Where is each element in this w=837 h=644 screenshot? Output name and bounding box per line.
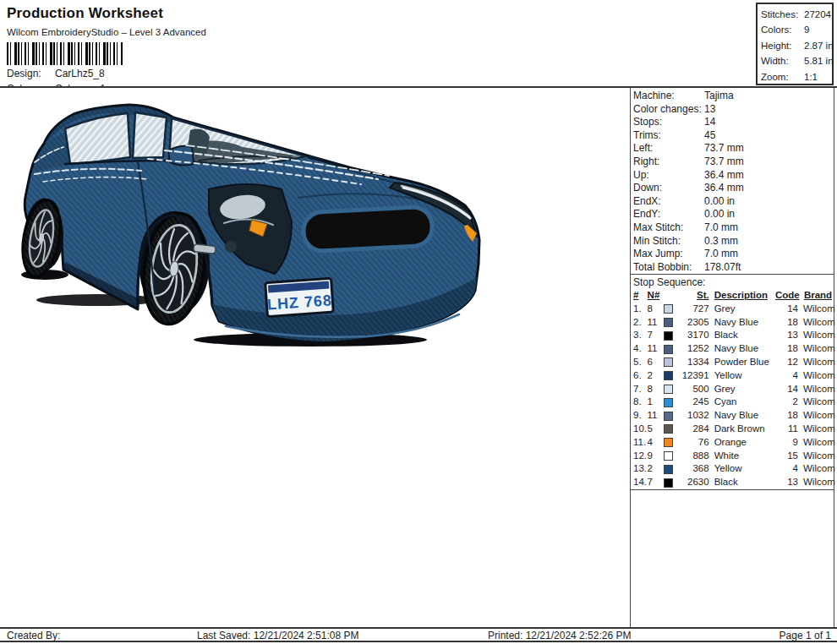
row-brand: Wilcom [798,356,834,369]
row-code: 9 [775,436,798,450]
stat-value: 9 [804,25,809,35]
row-stitch-count: 76 [677,436,713,450]
row-code: 4 [775,369,798,383]
row-brand: Wilcom [798,316,834,330]
fog-light [225,241,237,253]
col-header-brand: Brand [799,289,834,303]
row-description: Grey [713,383,775,396]
row-description: White [713,450,775,463]
row-description: Grey [713,303,775,316]
machine-detail-label: EndY: [633,208,704,221]
machine-detail-row: Color changes:13 [633,103,833,117]
row-brand: Wilcom [798,303,834,316]
door-window [133,112,167,158]
page-number: Page 1 of 1 [780,630,831,642]
row-swatch-cell [664,318,677,327]
door-handle [194,244,216,254]
col-header-st: St. [677,289,713,303]
row-code: 18 [775,342,798,356]
stat-row: Zoom:1:1 [761,69,832,85]
machine-detail-label: Stops: [633,116,704,129]
row-code: 13 [775,329,798,342]
page-title: Production Worksheet [7,5,206,22]
thread-color-swatch [664,331,673,341]
row-swatch-cell [664,345,677,354]
row-needle: 2 [648,369,664,383]
row-seq: 8. [631,396,648,409]
stop-sequence-row: 1.8727Grey14Wilcom [631,303,834,316]
stat-value: 27204 [804,9,831,19]
row-code: 14 [775,303,798,316]
row-needle: 4 [648,436,664,450]
machine-detail-label: Max Jump: [633,248,704,261]
machine-detail-value: 7.0 mm [704,248,738,259]
row-stitch-count: 1334 [677,356,713,369]
machine-detail-row: Min Stitch:0.3 mm [633,235,833,248]
stop-sequence-title: Stop Sequence: [633,276,705,288]
stop-sequence-row: 3.73170Black13Wilcom [631,329,834,342]
row-brand: Wilcom [798,342,834,356]
machine-detail-label: Left: [633,142,704,156]
row-seq: 12. [631,450,648,463]
machine-detail-label: Color changes: [633,103,704,117]
license-plate: LHZ 768 [265,278,334,316]
thread-color-swatch [664,385,673,394]
row-description: Navy Blue [713,316,775,330]
stat-label: Colors: [761,22,804,37]
design-stats-box: Stitches:27204Colors:9Height:2.87 inWidt… [756,3,834,85]
row-brand: Wilcom [798,436,834,450]
machine-detail-label: Right: [633,156,704,169]
row-code: 14 [775,383,798,396]
stop-sequence-row: 5.61334Powder Blue12Wilcom [631,356,834,369]
machine-detail-value: 0.00 in [704,195,735,207]
machine-detail-label: Up: [633,169,704,183]
row-seq: 7. [631,383,648,396]
row-seq: 13. [631,462,648,476]
machine-detail-row: Max Stitch:7.0 mm [633,221,833,235]
footer-bar: Created By: Last Saved: 12/21/2024 2:51:… [0,627,837,642]
row-code: 2 [775,396,798,409]
stop-sequence-row: 7.8500Grey14Wilcom [631,383,834,396]
row-brand: Wilcom [798,369,834,383]
row-seq: 2. [631,316,648,330]
machine-detail-value: 178.07ft [704,261,741,273]
stop-sequence-row: 9.111032Navy Blue18Wilcom [631,409,834,423]
stop-sequence-row: 14.72630Black13Wilcom [631,476,834,489]
stop-sequence-table: # N# St. Description Code Brand 1.8727Gr… [631,289,834,489]
row-needle: 11 [648,409,664,423]
row-needle: 7 [648,476,664,489]
machine-detail-label: Max Stitch: [633,221,704,235]
row-seq: 5. [631,356,648,369]
machine-detail-value: 13 [704,103,715,115]
machine-detail-value: 45 [704,129,715,141]
machine-detail-row: Up:36.4 mm [633,169,833,183]
row-description: Navy Blue [713,409,775,423]
row-needle: 2 [648,462,664,476]
stop-sequence-row: 4.111252Navy Blue18Wilcom [631,342,834,356]
row-code: 18 [775,409,798,423]
row-needle: 6 [648,356,664,369]
row-brand: Wilcom [798,409,834,423]
machine-detail-row: Right:73.7 mm [633,156,833,169]
machine-detail-value: 36.4 mm [704,182,744,194]
row-needle: 11 [648,316,664,330]
thread-color-swatch [664,424,673,434]
machine-detail-row: Machine:Tajima [633,90,833,103]
created-by-label: Created By: [7,630,60,642]
col-header-needle: N# [648,289,665,303]
row-description: Dark Brown [713,423,775,436]
barcode-icon [7,42,123,65]
stat-label: Width: [761,53,804,68]
machine-detail-row: Max Jump:7.0 mm [633,248,833,261]
row-stitch-count: 245 [677,396,713,409]
row-stitch-count: 12391 [677,369,713,383]
panel-divider [631,489,834,490]
thread-color-swatch [664,357,673,367]
stop-sequence-row: 2.112305Navy Blue18Wilcom [631,316,834,330]
row-stitch-count: 1032 [677,409,713,423]
row-swatch-cell [664,398,677,407]
thread-color-swatch [664,465,673,474]
stop-sequence-row: 8.1245Cyan2Wilcom [631,396,834,409]
row-swatch-cell [664,371,677,380]
row-seq: 11. [631,436,648,450]
